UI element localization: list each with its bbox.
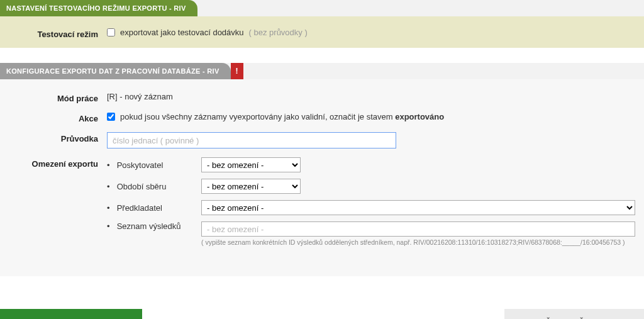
akce-text: pokud jsou všechny záznamy vyexportovány… [120,112,444,121]
test-mode-label: Testovací režim [6,28,107,39]
config-header-tab: KONFIGURACE EXPORTU DAT Z PRACOVNÍ DATAB… [0,63,231,79]
seznam-input[interactable] [201,221,635,237]
test-mode-panel: NASTAVENÍ TESTOVACÍHO REŽIMU EXPORTU - R… [0,0,644,48]
alert-icon: ! [236,67,238,76]
config-panel: KONFIGURACE EXPORTU DAT Z PRACOVNÍ DATAB… [0,63,644,276]
test-mode-hint: ( bez průvodky ) [249,28,308,37]
bullet-icon: • [107,203,114,213]
test-mode-checkbox-text: exportovat jako testovací dodávku [120,28,244,37]
bullet-icon: • [107,160,114,170]
obdobi-row: • Období sběru - bez omezení - [107,179,638,194]
predkladatel-label: • Předkladatel [107,203,201,213]
test-mode-checkbox[interactable] [107,28,115,36]
seznam-label: • Seznam výsledků [107,221,201,231]
back-button[interactable]: ZPĚT NA PŘEHLED [504,309,644,319]
mode-value: [R] - nový záznam [107,92,173,101]
predkladatel-select[interactable]: - bez omezení - [201,200,635,215]
config-header-row: KONFIGURACE EXPORTU DAT Z PRACOVNÍ DATAB… [0,63,644,79]
akce-text-bold: exportováno [395,112,444,121]
test-mode-body: Testovací režim exportovat jako testovac… [0,16,644,48]
pruvodka-input[interactable] [107,132,396,148]
akce-label: Akce [6,112,107,123]
poskytovatel-select[interactable]: - bez omezení - [201,157,301,172]
poskytovatel-label: • Poskytovatel [107,160,201,170]
export-button[interactable]: EXPORTOVAT DATA [0,309,142,319]
seznam-row: • Seznam výsledků ( vypište seznam konkr… [107,221,638,246]
button-bar: EXPORTOVAT DATA ZPĚT NA PŘEHLED [0,291,644,319]
mode-label: Mód práce [6,92,107,103]
config-body: Mód práce [R] - nový záznam Akce pokud j… [0,79,644,276]
omezeni-label: Omezení exportu [6,157,107,169]
obdobi-label: • Období sběru [107,182,201,191]
obdobi-select[interactable]: - bez omezení - [201,179,301,194]
pruvodka-label: Průvodka [6,132,107,143]
config-header-text: KONFIGURACE EXPORTU DAT Z PRACOVNÍ DATAB… [6,67,219,75]
akce-text-before: pokud jsou všechny záznamy vyexportovány… [120,112,393,121]
seznam-hint: ( vypište seznam konkrétních ID výsledků… [201,238,635,246]
predkladatel-row: • Předkladatel - bez omezení - [107,200,638,215]
bullet-icon: • [107,182,114,191]
akce-checkbox[interactable] [107,113,115,121]
poskytovatel-row: • Poskytovatel - bez omezení - [107,157,638,172]
alert-badge[interactable]: ! [231,63,243,79]
test-mode-header-text: NASTAVENÍ TESTOVACÍHO REŽIMU EXPORTU - R… [6,4,186,12]
test-mode-header-row: NASTAVENÍ TESTOVACÍHO REŽIMU EXPORTU - R… [0,0,644,16]
test-mode-header-tab: NASTAVENÍ TESTOVACÍHO REŽIMU EXPORTU - R… [0,0,197,16]
bullet-icon: • [107,221,114,231]
